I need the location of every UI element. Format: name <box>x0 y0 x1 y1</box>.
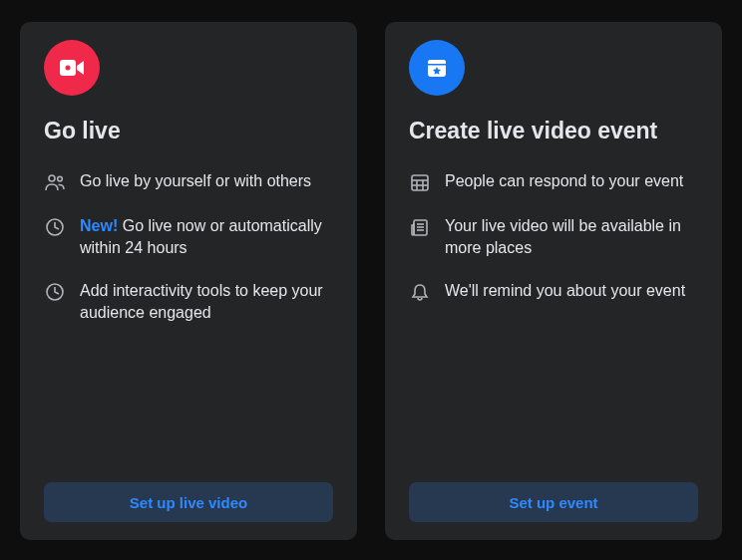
card-title-event: Create live video event <box>409 118 698 144</box>
newspaper-icon <box>409 216 431 238</box>
svg-point-2 <box>49 175 55 181</box>
feature-text: Your live video will be available in mor… <box>445 215 698 258</box>
card-create-event: Create live video event People can respo… <box>385 22 722 540</box>
svg-point-1 <box>66 66 71 71</box>
feature-text: People can respond to your event <box>445 170 683 192</box>
feature-text: We'll remind you about your event <box>445 280 685 302</box>
clock-icon <box>44 216 66 238</box>
clock-icon <box>44 281 66 303</box>
feature-text: Add interactivity tools to keep your aud… <box>80 280 333 323</box>
feature-item: We'll remind you about your event <box>409 280 698 303</box>
people-icon <box>44 171 66 193</box>
video-camera-icon <box>44 40 100 96</box>
feature-item: Your live video will be available in mor… <box>409 215 698 258</box>
card-title-go-live: Go live <box>44 118 333 144</box>
card-go-live: Go live Go live by yourself or with othe… <box>20 22 357 540</box>
calendar-star-icon <box>409 40 465 96</box>
feature-list-go-live: Go live by yourself or with others New! … <box>44 170 333 323</box>
feature-list-event: People can respond to your event Your li… <box>409 170 698 303</box>
feature-item: New! Go live now or automatically within… <box>44 215 333 258</box>
feature-item: Go live by yourself or with others <box>44 170 333 193</box>
bell-icon <box>409 281 431 303</box>
calendar-icon <box>409 171 431 193</box>
setup-live-video-button[interactable]: Set up live video <box>44 482 333 522</box>
feature-text: Go live by yourself or with others <box>80 170 311 192</box>
setup-event-button[interactable]: Set up event <box>409 482 698 522</box>
svg-rect-9 <box>412 175 428 190</box>
svg-point-3 <box>58 176 63 181</box>
svg-rect-8 <box>428 64 446 66</box>
feature-item: People can respond to your event <box>409 170 698 193</box>
feature-item: Add interactivity tools to keep your aud… <box>44 280 333 323</box>
new-badge: New! <box>80 217 118 234</box>
feature-text: New! Go live now or automatically within… <box>80 215 333 258</box>
